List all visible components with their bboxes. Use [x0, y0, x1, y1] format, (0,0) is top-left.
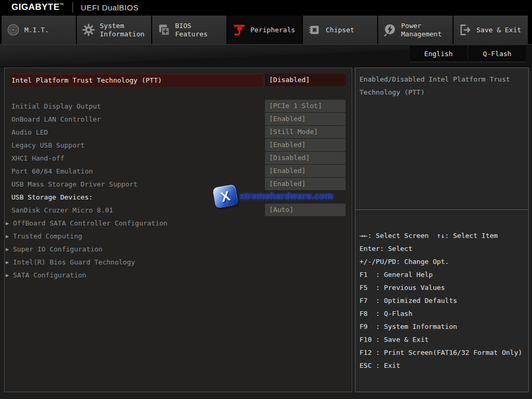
- gigabyte-logo: GIGABYTE™: [11, 2, 64, 12]
- english-button[interactable]: English: [410, 46, 467, 63]
- submenu-arrow-icon: ▶: [6, 217, 9, 230]
- settings-row[interactable]: ▶USB Storage Devices:: [5, 191, 352, 204]
- submenu-arrow-icon: ▶: [6, 269, 9, 282]
- submenu-arrow-icon: ▶: [6, 230, 9, 243]
- setting-value[interactable]: [Enabled]: [265, 178, 345, 190]
- tab-peripherals[interactable]: Peripherals: [228, 16, 302, 44]
- legend-line: F1 : General Help: [360, 268, 525, 281]
- legend-line: F10 : Save & Exit: [360, 333, 525, 346]
- setting-label: XHCI Hand-off: [11, 152, 64, 165]
- submenu-arrow-icon: ▶: [6, 256, 9, 269]
- settings-row[interactable]: ▶Legacy USB Support[Enabled]: [5, 139, 352, 152]
- tab-label: M.I.T.: [24, 26, 49, 34]
- settings-rows: ▶Intel Platform Trust Technology (PTT)[D…: [5, 74, 352, 282]
- setting-label: Intel Platform Trust Technology (PTT): [11, 74, 162, 87]
- settings-panel: ▶Intel Platform Trust Technology (PTT)[D…: [4, 68, 352, 392]
- bios-features-icon: [157, 23, 171, 37]
- settings-row: [5, 87, 352, 100]
- settings-row[interactable]: ▶Audio LED[Still Mode]: [5, 126, 352, 139]
- tab-label: Save & Exit: [476, 26, 521, 34]
- setting-label: OnBoard LAN Controller: [11, 113, 101, 126]
- tab-bios-features[interactable]: BIOSFeatures: [152, 16, 227, 44]
- setting-label: Audio LED: [11, 126, 48, 139]
- setting-label: SATA Configuration: [13, 269, 86, 282]
- legend-line: +/-/PU/PD: Change Opt.: [360, 255, 525, 268]
- qflash-button[interactable]: Q-Flash: [469, 46, 526, 63]
- settings-row[interactable]: ▶OffBoard SATA Controller Configuration: [5, 217, 352, 230]
- settings-row[interactable]: ▶OnBoard LAN Controller[Enabled]: [5, 113, 352, 126]
- setting-value[interactable]: [PCIe 1 Slot]: [265, 100, 345, 112]
- item-help-text: Enabled/Disabled Intel Platform Trust Te…: [355, 68, 528, 210]
- tab-label: BIOSFeatures: [175, 22, 208, 38]
- setting-label: Initial Display Output: [11, 100, 101, 113]
- key-legend: →←: Select Screen ↑↓: Select ItemEnter: …: [355, 210, 528, 372]
- settings-row[interactable]: ▶Port 60/64 Emulation[Enabled]: [5, 165, 352, 178]
- tab-power-management[interactable]: PowerManagement: [378, 16, 453, 44]
- legend-line: ESC : Exit: [360, 359, 525, 372]
- setting-value[interactable]: [Enabled]: [265, 113, 345, 125]
- setting-label: Port 60/64 Emulation: [11, 165, 93, 178]
- legend-line: F9 : System Information: [360, 320, 525, 333]
- power-management-icon: [383, 23, 397, 37]
- setting-value[interactable]: [Enabled]: [265, 165, 345, 177]
- settings-row[interactable]: ▶Trusted Computing: [5, 230, 352, 243]
- setting-label: Intel(R) Bios Guard Technology: [13, 256, 135, 269]
- settings-row[interactable]: ▶SATA Configuration: [5, 269, 352, 282]
- tab-save-exit[interactable]: Save & Exit: [454, 16, 528, 44]
- settings-row[interactable]: ▶USB Mass Storage Driver Support[Enabled…: [5, 178, 352, 191]
- settings-row[interactable]: ▶Intel(R) Bios Guard Technology: [5, 256, 352, 269]
- page-title: UEFI DualBIOS: [81, 3, 139, 12]
- bios-screen: GIGABYTE™ UEFI DualBIOS M.I.T.SystemInfo…: [0, 0, 532, 399]
- setting-label: SanDisk Cruzer Micro 8.01: [11, 204, 113, 217]
- save-exit-icon: [458, 23, 472, 37]
- top-bar: GIGABYTE™ UEFI DualBIOS: [0, 0, 532, 15]
- setting-value[interactable]: [Auto]: [265, 204, 345, 216]
- trademark-symbol: ™: [60, 3, 64, 7]
- tab-system-information[interactable]: SystemInformation: [77, 16, 151, 44]
- setting-value[interactable]: [Disabled]: [265, 152, 345, 164]
- setting-label: USB Storage Devices:: [11, 191, 93, 204]
- legend-line: F12 : Print Screen(FAT16/32 Format Only): [360, 346, 525, 359]
- setting-value[interactable]: [Still Mode]: [265, 126, 345, 138]
- settings-row[interactable]: ▶SanDisk Cruzer Micro 8.01[Auto]: [5, 204, 352, 217]
- divider: [72, 2, 73, 12]
- settings-row[interactable]: ▶Initial Display Output[PCIe 1 Slot]: [5, 100, 352, 113]
- utility-buttons: English Q-Flash: [410, 46, 526, 63]
- tab-label: PowerManagement: [401, 22, 442, 38]
- tab-label: Peripherals: [250, 26, 295, 34]
- mit-icon: [6, 23, 20, 37]
- chipset-icon: [308, 23, 322, 37]
- legend-line: F8 : Q-Flash: [360, 307, 525, 320]
- settings-row[interactable]: ▶Super IO Configuration: [5, 243, 352, 256]
- setting-value[interactable]: [Enabled]: [265, 139, 345, 151]
- tab-label: Chipset: [326, 26, 354, 34]
- setting-value[interactable]: [Disabled]: [265, 74, 345, 86]
- peripherals-icon: [232, 23, 246, 37]
- system-information-icon: [82, 23, 96, 37]
- tab-mit[interactable]: M.I.T.: [2, 16, 76, 44]
- legend-line: Enter: Select: [360, 242, 525, 255]
- setting-label: OffBoard SATA Controller Configuration: [13, 217, 167, 230]
- setting-label: Super IO Configuration: [13, 243, 102, 256]
- legend-line: F5 : Previous Values: [360, 281, 525, 294]
- settings-row[interactable]: ▶XHCI Hand-off[Disabled]: [5, 152, 352, 165]
- info-panel: Enabled/Disabled Intel Platform Trust Te…: [355, 68, 529, 392]
- legend-line: F7 : Optimized Defaults: [360, 294, 525, 307]
- submenu-arrow-icon: ▶: [6, 243, 9, 256]
- legend-line: →←: Select Screen ↑↓: Select Item: [360, 229, 525, 242]
- tab-bar: M.I.T.SystemInformationBIOSFeaturesPerip…: [0, 15, 532, 44]
- settings-row[interactable]: ▶Intel Platform Trust Technology (PTT)[D…: [5, 74, 352, 87]
- setting-label: Trusted Computing: [13, 230, 82, 243]
- tab-label: SystemInformation: [100, 22, 144, 38]
- setting-label: USB Mass Storage Driver Support: [11, 178, 138, 191]
- setting-label: Legacy USB Support: [11, 139, 85, 152]
- tab-chipset[interactable]: Chipset: [303, 16, 377, 44]
